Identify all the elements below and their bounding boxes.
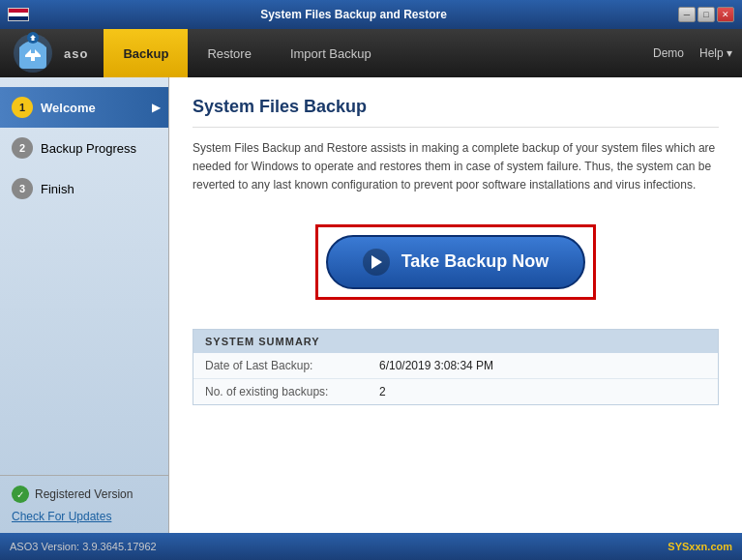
app-logo-icon (10, 30, 56, 76)
brand-label: SYSxxn.com (668, 541, 732, 552)
close-button[interactable]: ✕ (717, 7, 734, 22)
summary-row-existing-backups: No. of existing backups: 2 (193, 379, 718, 404)
backup-button-label: Take Backup Now (401, 251, 549, 272)
minimize-button[interactable]: ─ (678, 7, 696, 22)
logo-area: aso (10, 30, 88, 76)
sidebar-item-backup-progress[interactable]: 2 Backup Progress (0, 128, 168, 168)
content-area: System Files Backup System Files Backup … (169, 77, 742, 533)
sidebar-arrow-icon: ▶ (152, 101, 161, 114)
summary-row-last-backup: Date of Last Backup: 6/10/2019 3:08:34 P… (193, 353, 718, 379)
sidebar-item-finish-label: Finish (41, 182, 74, 196)
nav-right: Demo Help ▾ (653, 46, 732, 60)
play-triangle-icon (371, 255, 382, 269)
header: aso Backup Restore Import Backup Demo He… (0, 29, 742, 77)
step-1-circle: 1 (12, 97, 33, 118)
tab-restore[interactable]: Restore (188, 29, 271, 77)
sidebar-item-finish[interactable]: 3 Finish (0, 168, 168, 209)
play-icon (363, 249, 390, 276)
registered-label: Registered Version (35, 487, 133, 501)
last-backup-value: 6/10/2019 3:08:34 PM (379, 359, 493, 372)
tab-backup[interactable]: Backup (104, 29, 188, 77)
status-bar: ASO3 Version: 3.9.3645.17962 SYSxxn.com (0, 533, 742, 560)
content-title: System Files Backup (193, 97, 719, 128)
sidebar-bottom: ✓ Registered Version Check For Updates (0, 475, 168, 533)
nav-tabs: Backup Restore Import Backup (104, 29, 653, 77)
flag-icon (8, 8, 29, 21)
step-2-circle: 2 (12, 137, 33, 159)
help-link[interactable]: Help ▾ (699, 46, 732, 60)
main-layout: 1 Welcome ▶ 2 Backup Progress 3 Finish ✓… (0, 77, 742, 533)
system-summary: SYSTEM SUMMARY Date of Last Backup: 6/10… (193, 329, 719, 405)
red-highlight-box: Take Backup Now (315, 224, 597, 300)
registered-row: ✓ Registered Version (12, 486, 157, 503)
window-controls: ─ □ ✕ (678, 7, 734, 22)
last-backup-label: Date of Last Backup: (205, 359, 379, 372)
summary-header: SYSTEM SUMMARY (193, 330, 718, 353)
version-label: ASO3 Version: 3.9.3645.17962 (10, 541, 157, 552)
maximize-button[interactable]: □ (697, 7, 715, 22)
sidebar-item-welcome-label: Welcome (41, 101, 96, 115)
take-backup-now-button[interactable]: Take Backup Now (326, 235, 586, 289)
sidebar-item-backup-progress-label: Backup Progress (41, 141, 136, 156)
content-description: System Files Backup and Restore assists … (193, 139, 719, 195)
registered-check-icon: ✓ (12, 486, 29, 503)
backup-button-wrapper: Take Backup Now (193, 224, 719, 300)
existing-backups-label: No. of existing backups: (205, 385, 379, 398)
sidebar: 1 Welcome ▶ 2 Backup Progress 3 Finish ✓… (0, 77, 169, 533)
title-bar: System Files Backup and Restore ─ □ ✕ (0, 0, 742, 29)
tab-import-backup[interactable]: Import Backup (271, 29, 391, 77)
aso-brand: aso (64, 46, 88, 61)
demo-link[interactable]: Demo (653, 46, 684, 60)
window-title: System Files Backup and Restore (29, 8, 678, 21)
sidebar-item-welcome[interactable]: 1 Welcome ▶ (0, 87, 168, 128)
sidebar-spacer (0, 209, 168, 475)
existing-backups-value: 2 (379, 385, 386, 398)
check-updates-link[interactable]: Check For Updates (12, 510, 111, 523)
step-3-circle: 3 (12, 178, 33, 199)
